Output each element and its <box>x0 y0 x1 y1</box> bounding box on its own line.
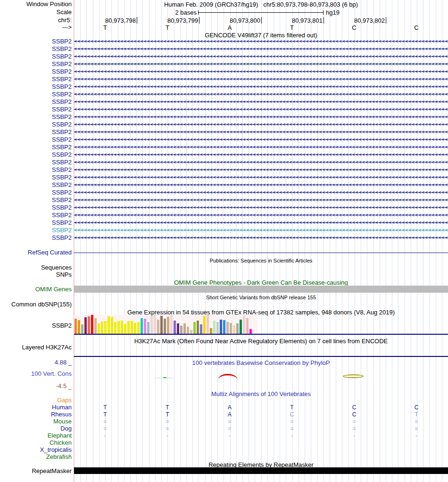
gtex-tissue-bar[interactable] <box>98 323 100 334</box>
gtex-tissue-bar[interactable] <box>170 315 173 334</box>
gene-row-label[interactable]: SSBP2 <box>0 220 72 226</box>
gene-transcript-row[interactable]: <<<<<<<<<<<<<<<<<<<<<<<<<<<<<<<<<<<<<<<<… <box>74 128 448 136</box>
gtex-tissue-bar[interactable] <box>200 324 202 334</box>
gtex-tissue-bar[interactable] <box>147 322 149 334</box>
gene-transcript-row[interactable]: <<<<<<<<<<<<<<<<<<<<<<<<<<<<<<<<<<<<<<<<… <box>74 174 448 181</box>
gtex-tissue-bar[interactable] <box>180 326 183 334</box>
multiz-species-label[interactable]: Zebrafish <box>0 454 72 460</box>
gtex-tissue-bar[interactable] <box>223 320 225 334</box>
multiz-species-label[interactable]: Chicken <box>0 440 72 446</box>
dbsnp-track-label[interactable]: Common dbSNP(155) <box>0 301 72 308</box>
publications-sequences-label[interactable]: Sequences <box>0 264 72 271</box>
gtex-tissue-bar[interactable] <box>174 321 176 334</box>
gtex-tissue-bar[interactable] <box>84 317 87 334</box>
gene-row-label[interactable]: SSBP2 <box>0 227 72 234</box>
gtex-tissue-bar[interactable] <box>78 320 80 334</box>
gene-transcript-row[interactable]: <<<<<<<<<<<<<<<<<<<<<<<<<<<<<<<<<<<<<<<<… <box>74 45 448 53</box>
gene-row-label[interactable]: SSBP2 <box>0 167 72 173</box>
gene-transcript-row[interactable]: <<<<<<<<<<<<<<<<<<<<<<<<<<<<<<<<<<<<<<<<… <box>74 144 448 151</box>
gene-row-label[interactable]: SSBP2 <box>0 68 72 75</box>
publications-track-title[interactable]: Publications: Sequences in Scientific Ar… <box>74 258 448 263</box>
gtex-tissue-bar[interactable] <box>220 320 222 334</box>
gtex-tissue-bar[interactable] <box>226 322 229 334</box>
gene-transcript-row[interactable]: <<<<<<<<<<<<<<<<<<<<<<<<<<<<<<<<<<<<<<<<… <box>74 189 448 196</box>
gtex-tissue-bar[interactable] <box>167 317 169 334</box>
gtex-tissue-bar[interactable] <box>124 324 126 334</box>
omim-track-label[interactable]: OMIM Genes <box>0 286 72 293</box>
gtex-tissue-bar[interactable] <box>233 325 235 334</box>
omim-track-title[interactable]: OMIM Gene Phenotypes - Dark Green Can Be… <box>74 279 448 286</box>
gtex-track-title[interactable]: Gene Expression in 54 tissues from GTEx … <box>74 309 448 316</box>
gtex-tissue-bar[interactable] <box>203 316 206 334</box>
gtex-tissue-bar[interactable] <box>88 316 90 334</box>
omim-gene-bar[interactable] <box>74 286 448 293</box>
gtex-gene-label[interactable]: SSBP2 <box>0 322 72 329</box>
gene-row-label[interactable]: SSBP2 <box>0 46 72 52</box>
gene-row-label[interactable]: SSBP2 <box>0 144 72 151</box>
gtex-tissue-bar[interactable] <box>164 319 166 334</box>
gene-transcript-row[interactable]: <<<<<<<<<<<<<<<<<<<<<<<<<<<<<<<<<<<<<<<<… <box>74 211 448 219</box>
gtex-tissue-bar[interactable] <box>94 318 97 334</box>
gene-transcript-row[interactable]: <<<<<<<<<<<<<<<<<<<<<<<<<<<<<<<<<<<<<<<<… <box>74 83 448 91</box>
multiz-species-label[interactable]: Mouse <box>0 418 72 425</box>
gtex-tissue-bar[interactable] <box>236 323 239 334</box>
gtex-tissue-bar[interactable] <box>177 323 179 334</box>
repeatmasker-track-label[interactable]: RepeatMasker <box>0 468 72 474</box>
gene-row-label[interactable]: SSBP2 <box>0 121 72 128</box>
gtex-tissue-bar[interactable] <box>240 320 242 334</box>
repeatmasker-element-bar[interactable] <box>74 467 448 474</box>
gene-row-label[interactable]: SSBP2 <box>0 114 72 120</box>
gene-row-label[interactable]: SSBP2 <box>0 136 72 143</box>
gene-transcript-row[interactable]: <<<<<<<<<<<<<<<<<<<<<<<<<<<<<<<<<<<<<<<<… <box>74 60 448 68</box>
gtex-tissue-bar[interactable] <box>117 321 120 334</box>
gene-row-label[interactable]: SSBP2 <box>0 204 72 211</box>
strand-label[interactable]: ---> <box>0 24 72 31</box>
gene-transcript-row[interactable]: <<<<<<<<<<<<<<<<<<<<<<<<<<<<<<<<<<<<<<<<… <box>74 113 448 121</box>
gene-row-label[interactable]: SSBP2 <box>0 212 72 219</box>
h3k27ac-track-title[interactable]: H3K27Ac Mark (Often Found Near Active Re… <box>74 338 448 345</box>
gtex-tissue-bar[interactable] <box>154 315 156 334</box>
gene-row-label[interactable]: SSBP2 <box>0 106 72 113</box>
gtex-tissue-bar[interactable] <box>183 323 186 334</box>
gtex-tissue-bar[interactable] <box>104 321 107 334</box>
gene-row-label[interactable]: SSBP2 <box>0 189 72 196</box>
gtex-tissue-bar[interactable] <box>246 318 249 334</box>
gtex-tissue-bar[interactable] <box>210 328 212 334</box>
refseq-track-label[interactable]: RefSeq Curated <box>0 249 72 256</box>
multiz-track-title[interactable]: Multiz Alignments of 100 Vertebrates <box>74 390 448 397</box>
gene-row-label[interactable]: SSBP2 <box>0 174 72 181</box>
gtex-tissue-bar[interactable] <box>111 317 113 334</box>
gtex-tissue-bar[interactable] <box>187 327 189 334</box>
gtex-tissue-bar[interactable] <box>114 322 116 334</box>
gtex-tissue-bar[interactable] <box>216 322 219 334</box>
gene-transcript-row[interactable]: <<<<<<<<<<<<<<<<<<<<<<<<<<<<<<<<<<<<<<<<… <box>74 98 448 106</box>
gene-transcript-row[interactable]: <<<<<<<<<<<<<<<<<<<<<<<<<<<<<<<<<<<<<<<<… <box>74 219 448 227</box>
gtex-tissue-bar[interactable] <box>249 329 252 334</box>
gene-transcript-row[interactable]: <<<<<<<<<<<<<<<<<<<<<<<<<<<<<<<<<<<<<<<<… <box>74 227 448 234</box>
gene-transcript-row[interactable]: <<<<<<<<<<<<<<<<<<<<<<<<<<<<<<<<<<<<<<<<… <box>74 196 448 204</box>
refseq-gene-line[interactable] <box>74 253 448 253</box>
gtex-tissue-bar[interactable] <box>230 323 232 334</box>
gene-row-label[interactable]: SSBP2 <box>0 53 72 60</box>
gtex-tissue-bar[interactable] <box>91 315 93 334</box>
multiz-species-label[interactable]: Dog <box>0 425 72 432</box>
multiz-species-label[interactable]: X_tropicalis <box>0 447 72 453</box>
gene-row-label[interactable]: SSBP2 <box>0 76 72 83</box>
gene-row-label[interactable]: SSBP2 <box>0 152 72 158</box>
gene-row-label[interactable]: SSBP2 <box>0 91 72 98</box>
gene-transcript-row[interactable]: <<<<<<<<<<<<<<<<<<<<<<<<<<<<<<<<<<<<<<<<… <box>74 136 448 144</box>
gene-row-label[interactable]: SSBP2 <box>0 235 72 241</box>
gtex-tissue-bar[interactable] <box>101 321 103 334</box>
gtex-tissue-bar[interactable] <box>193 322 196 334</box>
gene-transcript-row[interactable]: <<<<<<<<<<<<<<<<<<<<<<<<<<<<<<<<<<<<<<<<… <box>74 159 448 166</box>
multiz-species-label[interactable]: Human <box>0 404 72 411</box>
gene-transcript-row[interactable]: <<<<<<<<<<<<<<<<<<<<<<<<<<<<<<<<<<<<<<<<… <box>74 151 448 159</box>
gene-transcript-row[interactable]: <<<<<<<<<<<<<<<<<<<<<<<<<<<<<<<<<<<<<<<<… <box>74 234 448 242</box>
gtex-tissue-bar[interactable] <box>150 316 153 334</box>
gtex-tissue-bar[interactable] <box>160 316 163 334</box>
gtex-tissue-bar[interactable] <box>141 318 143 334</box>
gene-transcript-row[interactable]: <<<<<<<<<<<<<<<<<<<<<<<<<<<<<<<<<<<<<<<<… <box>74 38 448 45</box>
gtex-tissue-bar[interactable] <box>75 319 77 334</box>
gene-transcript-row[interactable]: <<<<<<<<<<<<<<<<<<<<<<<<<<<<<<<<<<<<<<<<… <box>74 68 448 76</box>
gene-row-label[interactable]: SSBP2 <box>0 159 72 166</box>
